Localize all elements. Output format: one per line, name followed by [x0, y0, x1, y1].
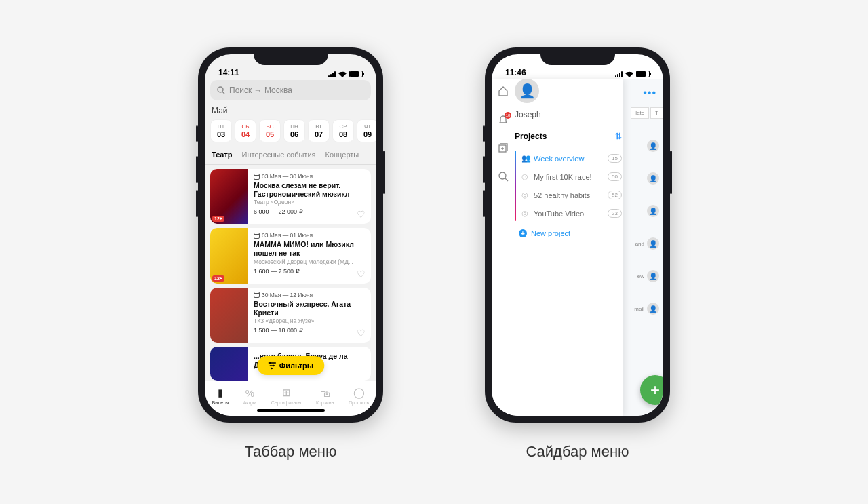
- project-count: 15: [608, 154, 622, 163]
- event-list[interactable]: 12+ 03 Мая — 30 Июня Москва слезам не ве…: [205, 165, 376, 381]
- search-icon: [217, 86, 225, 94]
- signal-icon: [328, 71, 336, 77]
- sort-icon[interactable]: ⇅: [615, 132, 622, 141]
- battery-icon: [349, 71, 363, 77]
- bg-tab[interactable]: T: [650, 107, 663, 119]
- sidebar-rail: 10: [492, 79, 515, 242]
- project-name: 52 healthy habits: [534, 191, 590, 199]
- favorite-icon[interactable]: ♡: [357, 209, 366, 220]
- event-title: Москва слезам не верит. Гастрономический…: [254, 181, 366, 198]
- status-time: 11:46: [505, 68, 526, 77]
- fab-add-button[interactable]: +: [640, 375, 663, 405]
- svg-point-6: [499, 172, 506, 179]
- screen-tabbar-app: 14:11 Поиск → Москва Май ПТ03СБ04ВС05ПН0…: [205, 54, 376, 416]
- calendar-icon: [254, 233, 260, 239]
- project-name: YouTube Video: [534, 210, 584, 218]
- category-tabs: ТеатрИнтересные событияКонцерты: [205, 148, 376, 165]
- date-cell[interactable]: ВС05: [259, 119, 281, 142]
- bg-list-row: 👤: [634, 172, 663, 185]
- favorite-icon[interactable]: ♡: [357, 328, 366, 338]
- tabbar-item-акции[interactable]: %Акции: [243, 387, 257, 405]
- project-icon: ◎: [521, 191, 530, 199]
- bg-tab[interactable]: late: [631, 107, 649, 119]
- bg-avatar: 👤: [647, 270, 659, 282]
- filters-button[interactable]: Фильтры: [257, 356, 324, 375]
- new-project-button[interactable]: + New project: [515, 222, 623, 242]
- event-date: 03 Мая — 30 Июня: [262, 173, 313, 180]
- search-placeholder: Поиск → Москва: [229, 85, 292, 95]
- event-card[interactable]: 30 Мая — 12 Июня Восточный экспресс. Ага…: [210, 288, 371, 343]
- date-cell[interactable]: ВТ07: [308, 119, 330, 142]
- calendar-icon: [254, 174, 260, 180]
- event-card[interactable]: 12+ 03 Мая — 01 Июня МАММА МИМО! или Мюз…: [210, 228, 371, 283]
- event-card[interactable]: 12+ 03 Мая — 30 Июня Москва слезам не ве…: [210, 169, 371, 224]
- bell-icon[interactable]: 10: [498, 114, 509, 128]
- svg-line-7: [505, 178, 508, 181]
- calendar-icon: [254, 292, 260, 298]
- date-cell[interactable]: СБ04: [235, 119, 256, 142]
- home-icon[interactable]: [498, 85, 509, 99]
- phone-right-wrap: 11:46 10 👤 Joseph: [485, 47, 670, 461]
- bg-avatar: 👤: [647, 172, 659, 185]
- tabbar-item-профиль[interactable]: ◯Профиль: [349, 387, 369, 405]
- signal-icon: [615, 71, 623, 77]
- svg-point-2: [269, 362, 271, 364]
- search-input[interactable]: Поиск → Москва: [210, 80, 371, 100]
- date-cell[interactable]: ЧТ09: [357, 119, 376, 142]
- tabbar-icon: ▮: [218, 387, 223, 399]
- project-count: 52: [608, 191, 622, 199]
- project-icon: ◎: [521, 209, 530, 218]
- bg-list-row: ew👤: [634, 270, 663, 282]
- tabbar-icon: 🛍: [320, 387, 330, 399]
- tabbar-item-сертификаты[interactable]: ⊞Сертификаты: [271, 387, 302, 405]
- tabbar-item-билеты[interactable]: ▮Билеты: [212, 387, 229, 405]
- bg-list-row: mail👤: [634, 303, 663, 315]
- project-item[interactable]: ◎YouTube Video23: [517, 204, 623, 222]
- project-item[interactable]: ◎52 healthy habits52: [517, 186, 623, 204]
- project-icon: 👥: [521, 154, 530, 163]
- projects-title: Projects: [515, 132, 547, 141]
- add-collection-icon[interactable]: [498, 142, 509, 156]
- tabbar-icon: ⊞: [282, 387, 291, 399]
- screen-sidebar-app: 11:46 10 👤 Joseph: [492, 54, 663, 416]
- event-date: 30 Мая — 12 Июня: [262, 292, 313, 298]
- date-picker[interactable]: ПТ03СБ04ВС05ПН06ВТ07СР08ЧТ09ПТ10: [205, 119, 376, 148]
- phone-left-wrap: 14:11 Поиск → Москва Май ПТ03СБ04ВС05ПН0…: [198, 47, 383, 461]
- search-icon[interactable]: [498, 171, 509, 185]
- project-count: 50: [608, 172, 622, 181]
- bg-avatar: 👤: [647, 237, 659, 250]
- age-badge: 12+: [212, 216, 224, 222]
- more-icon[interactable]: •••: [643, 87, 656, 99]
- event-title: МАММА МИМО! или Мюзикл пошел не так: [254, 240, 366, 257]
- project-list: 👥Week overview15◎My first 10K race!50◎52…: [515, 149, 623, 222]
- category-tab[interactable]: Интересные события: [242, 151, 316, 159]
- project-item[interactable]: 👥Week overview15: [517, 149, 623, 168]
- category-tab[interactable]: Концерты: [326, 151, 359, 159]
- filter-icon: [268, 362, 276, 370]
- phone-frame-left: 14:11 Поиск → Москва Май ПТ03СБ04ВС05ПН0…: [198, 47, 383, 423]
- tabbar-label: Акции: [243, 400, 257, 405]
- project-item[interactable]: ◎My first 10K race!50: [517, 168, 623, 186]
- event-venue: Театр «Одеон»: [254, 199, 366, 206]
- user-avatar[interactable]: 👤: [515, 79, 539, 103]
- date-cell[interactable]: ПН06: [283, 119, 305, 142]
- bg-avatar: 👤: [647, 140, 659, 152]
- project-name: Week overview: [534, 155, 584, 163]
- event-price: 1 600 — 7 500 ₽: [254, 268, 366, 275]
- favorite-icon[interactable]: ♡: [357, 269, 366, 279]
- user-name: Joseph: [515, 110, 623, 119]
- bg-list-row: 👤: [634, 205, 663, 217]
- date-cell[interactable]: СР08: [332, 119, 354, 142]
- project-name: My first 10K race!: [534, 173, 592, 181]
- tabbar-item-корзина[interactable]: 🛍Корзина: [316, 387, 334, 405]
- project-count: 23: [608, 209, 622, 218]
- event-price: 1 500 — 18 000 ₽: [254, 327, 366, 334]
- date-cell[interactable]: ПТ03: [210, 119, 232, 142]
- bg-avatar: 👤: [647, 303, 659, 315]
- tabbar-label: Сертификаты: [271, 400, 302, 405]
- tabbar-label: Профиль: [349, 400, 369, 405]
- svg-point-4: [271, 368, 272, 369]
- new-project-label: New project: [531, 229, 570, 237]
- category-tab[interactable]: Театр: [212, 151, 233, 159]
- home-indicator[interactable]: [257, 409, 325, 412]
